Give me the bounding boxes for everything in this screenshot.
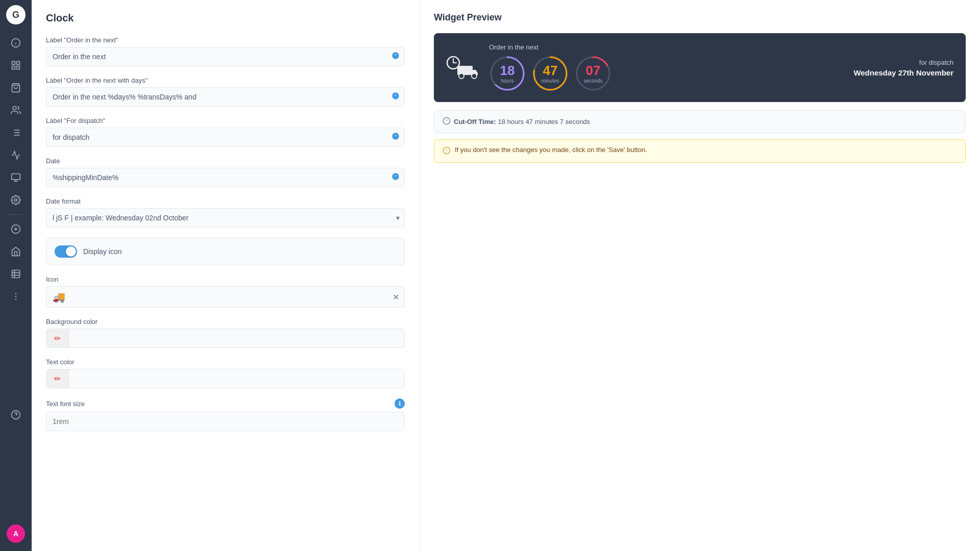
text-color-input[interactable] (69, 369, 404, 388)
for-dispatch-input-wrap (46, 128, 405, 147)
timer-minutes: 47 minutes (532, 55, 569, 92)
user-avatar[interactable]: A (7, 524, 25, 543)
icon-clear-button[interactable]: ✕ (393, 292, 399, 302)
icon-section: Icon 🚚 ✕ (46, 276, 405, 308)
text-font-size-info-icon[interactable]: ℹ (395, 398, 405, 409)
warning-box: If you don't see the changes you made, c… (434, 139, 966, 163)
settings-icon[interactable] (6, 190, 26, 210)
dispatch-label: for dispatch (853, 59, 953, 66)
add-icon[interactable] (6, 219, 26, 239)
more-dots-icon[interactable] (6, 286, 26, 307)
svg-rect-2 (17, 62, 20, 65)
background-color-field: ✏ (46, 329, 405, 348)
cutoff-value-text: 18 hours 47 minutes 7 seconds (498, 118, 590, 126)
help-icon[interactable] (6, 405, 26, 425)
pages-icon[interactable] (6, 55, 26, 76)
cutoff-info-icon (443, 117, 451, 127)
date-format-section: Date format l jS F | example: Wednesday … (46, 197, 405, 228)
text-font-size-input-wrap (46, 412, 405, 431)
date-section: Date (46, 157, 405, 187)
cutoff-info: Cut-Off Time: 18 hours 47 minutes 7 seco… (434, 110, 966, 133)
megaphone-icon[interactable] (6, 145, 26, 165)
svg-point-16 (15, 199, 17, 202)
for-dispatch-section: Label "For dispatch" (46, 117, 405, 147)
date-info-icon[interactable] (391, 172, 400, 183)
widget-truck-icon (446, 54, 479, 82)
left-panel: Clock Label "Order in the next" Label "O… (32, 0, 420, 551)
brush-icon-2: ✏ (54, 374, 61, 384)
svg-rect-4 (17, 66, 20, 69)
svg-point-26 (15, 299, 17, 300)
page-title: Clock (46, 12, 405, 24)
display-icon-toggle[interactable] (55, 245, 77, 258)
background-color-picker-btn[interactable]: ✏ (46, 329, 69, 347)
order-in-next-input-wrap (46, 47, 405, 66)
text-font-size-label: Text font size (46, 400, 85, 408)
date-input-wrap (46, 168, 405, 187)
date-label: Date (46, 157, 405, 165)
widget-preview-box: Order in the next 18 hours (434, 33, 966, 102)
text-color-field: ✏ (46, 369, 405, 388)
text-color-section: Text color ✏ (46, 358, 405, 388)
warning-text: If you don't see the changes you made, c… (455, 146, 647, 154)
bag-icon[interactable] (6, 78, 26, 98)
svg-point-24 (15, 293, 17, 294)
order-with-days-input-wrap (46, 87, 405, 107)
svg-point-46 (472, 73, 477, 79)
text-font-size-label-row: Text font size ℹ (46, 398, 405, 409)
order-with-days-label: Label "Order in the next with days" (46, 77, 405, 84)
text-font-size-section: Text font size ℹ (46, 398, 405, 431)
widget-preview-title: Widget Preview (434, 12, 966, 23)
svg-rect-20 (12, 270, 20, 278)
background-color-input[interactable] (69, 329, 404, 347)
svg-point-6 (13, 107, 16, 110)
list-icon[interactable] (6, 122, 26, 143)
users-icon[interactable] (6, 100, 26, 120)
date-format-select-wrap: l jS F | example: Wednesday 02nd October… (46, 208, 405, 228)
plugin-icon[interactable] (6, 167, 26, 188)
sidebar: G A (0, 0, 32, 551)
background-color-section: Background color ✏ (46, 318, 405, 348)
date-format-select[interactable]: l jS F | example: Wednesday 02nd October (46, 208, 405, 228)
svg-point-25 (15, 296, 17, 297)
sidebar-logo[interactable]: G (6, 5, 26, 24)
svg-rect-1 (12, 62, 15, 65)
icon-field[interactable]: 🚚 ✕ (46, 286, 405, 308)
main-content: Clock Label "Order in the next" Label "O… (32, 0, 980, 551)
order-in-next-label: Label "Order in the next" (46, 36, 405, 44)
warning-icon (443, 146, 451, 156)
display-icon-toggle-row: Display icon (46, 238, 405, 265)
dispatch-date: Wednesday 27th November (853, 68, 953, 77)
svg-rect-13 (12, 174, 20, 180)
icon-label: Icon (46, 276, 405, 283)
date-input[interactable] (46, 168, 405, 187)
widget-order-label: Order in the next (489, 43, 611, 51)
for-dispatch-input[interactable] (46, 128, 405, 147)
widget-timers: 18 hours 47 minutes (489, 55, 611, 92)
svg-rect-3 (12, 66, 15, 69)
text-color-picker-btn[interactable]: ✏ (46, 369, 69, 388)
order-in-next-input[interactable] (46, 47, 405, 66)
order-with-days-info-icon[interactable] (391, 92, 400, 102)
cutoff-label: Cut-Off Time: (454, 118, 496, 126)
order-with-days-input[interactable] (46, 87, 405, 107)
order-in-next-section: Label "Order in the next" (46, 36, 405, 66)
widget-dispatch-info: for dispatch Wednesday 27th November (853, 59, 953, 77)
for-dispatch-label: Label "For dispatch" (46, 117, 405, 124)
shop-icon[interactable] (6, 241, 26, 262)
right-panel: Widget Preview Or (420, 0, 980, 551)
dashboard-icon[interactable] (6, 33, 26, 53)
widget-timers-section: Order in the next 18 hours (489, 43, 611, 92)
background-color-label: Background color (46, 318, 405, 325)
truck-icon: 🚚 (53, 291, 65, 303)
order-in-next-info-icon[interactable] (391, 52, 400, 62)
for-dispatch-info-icon[interactable] (391, 132, 400, 142)
date-format-label: Date format (46, 197, 405, 205)
cutoff-text: Cut-Off Time: 18 hours 47 minutes 7 seco… (454, 118, 590, 126)
order-with-days-section: Label "Order in the next with days" (46, 77, 405, 107)
svg-point-45 (459, 73, 464, 79)
table-icon[interactable] (6, 264, 26, 284)
timer-hours: 18 hours (489, 55, 526, 92)
display-icon-label: Display icon (83, 247, 121, 256)
text-font-size-input[interactable] (46, 412, 405, 431)
